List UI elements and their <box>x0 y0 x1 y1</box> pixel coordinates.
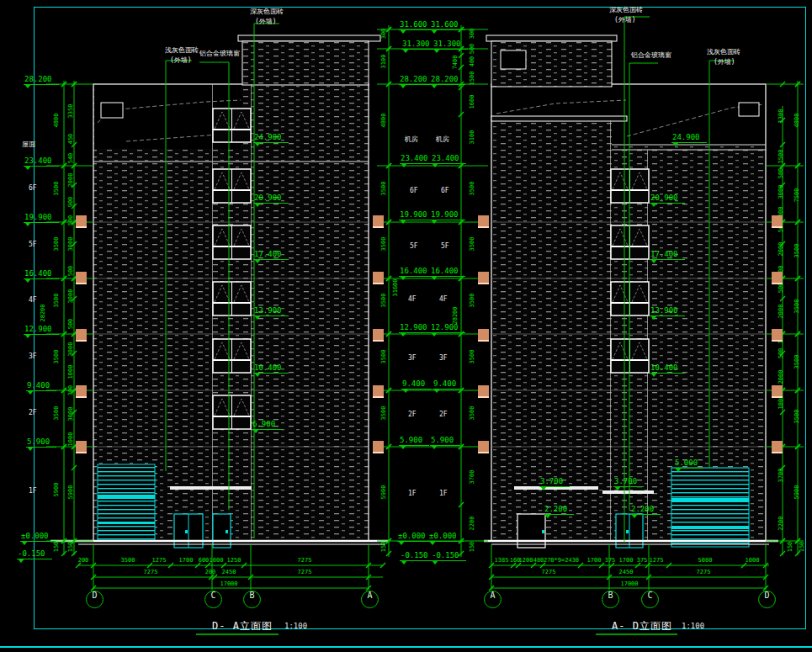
dimension-text: 3500 <box>381 237 387 252</box>
level-marker: 17.400 <box>253 250 289 260</box>
dimension-text: 375 <box>637 558 648 564</box>
dimension-text: 2200 <box>778 517 784 531</box>
left-title: D- A立面图 <box>212 619 273 633</box>
dimension-text: 3500 <box>794 244 800 258</box>
dimension-text: 2000 <box>778 305 784 319</box>
floor-label: 1F <box>29 488 37 495</box>
dimension-text: 1000 <box>68 365 74 379</box>
ac-unit <box>76 441 87 453</box>
dimension-text: 600 <box>199 558 210 564</box>
grid-bubble: D <box>86 591 103 608</box>
level-marker: 3.700 <box>613 477 644 487</box>
dimension-text: 17000 <box>620 581 638 587</box>
level-marker: 19.900 <box>399 210 434 220</box>
dimension-text: 200 <box>78 558 89 564</box>
floor-label: 2F <box>408 411 417 418</box>
cad-drawing-canvas[interactable]: 28.20023.40019.90016.40012.9009.4005.900… <box>0 0 812 652</box>
dimension-text: 17000 <box>220 581 237 587</box>
material-label: 深灰色面砖 <box>250 8 284 15</box>
dimension-text: 3500 <box>54 294 60 308</box>
ac-unit <box>478 441 489 453</box>
level-marker: 12.900 <box>24 325 59 335</box>
level-marker: 23.400 <box>24 156 59 167</box>
dimension-text: 3500 <box>121 558 135 564</box>
dimension-text: 7400 <box>453 56 459 70</box>
dimension-text: 3100 <box>381 55 387 69</box>
level-marker: 9.400 <box>26 381 56 391</box>
dimension-text: 3500 <box>470 237 475 252</box>
dimension-text: 5900 <box>794 485 800 500</box>
dimension-text: 2000 <box>68 173 74 188</box>
dimension-text: 3700 <box>778 469 784 483</box>
level-marker: 10.400 <box>650 363 685 374</box>
dimension-text: 1700 <box>587 558 602 564</box>
right-title-scale: 1:100 <box>682 622 704 630</box>
level-marker: 16.400 <box>399 267 434 277</box>
level-marker: ±0.000 <box>397 532 433 542</box>
level-marker: 31.300 <box>401 40 437 50</box>
level-marker: 20.900 <box>253 193 289 204</box>
dimension-text: 5900 <box>54 483 60 497</box>
ac-unit <box>373 385 384 398</box>
floor-label: 机房 <box>405 136 418 143</box>
floor-label: 1F <box>439 490 448 497</box>
dimension-text: 150 <box>470 542 475 553</box>
dimension-text: 450 <box>68 134 74 145</box>
dimension-text: 4800 <box>381 114 387 128</box>
floor-label: 3F <box>408 355 417 362</box>
ac-unit <box>76 272 87 284</box>
material-label: (外墙) <box>614 17 636 24</box>
dimension-text: 500 <box>778 348 784 359</box>
dimension-text: 1275 <box>152 558 167 564</box>
dimension-text: 150 <box>68 542 74 553</box>
floor-label: 4F <box>29 297 37 304</box>
level-marker: 5.900 <box>26 437 56 448</box>
grid-bubble: B <box>243 591 261 608</box>
dimension-text: 200 <box>205 570 216 575</box>
level-marker: 9.400 <box>433 379 463 390</box>
dimension-text: 150 <box>799 542 805 553</box>
dimension-text: 3700 <box>470 470 475 485</box>
dimension-text: 3000 <box>68 342 74 357</box>
dimension-text: 3500 <box>470 294 475 308</box>
dimension-text: 3500 <box>381 182 387 196</box>
dimension-text: 28200 <box>40 304 46 321</box>
dimension-text: 500 <box>68 215 74 226</box>
dimension-text: 3500 <box>470 406 475 421</box>
floor-label: 2F <box>29 410 37 416</box>
dimension-text: 375 <box>605 558 616 564</box>
dimension-text: 3500 <box>54 406 60 421</box>
grid-bubble: A <box>361 591 379 608</box>
level-marker: 13.900 <box>253 306 289 316</box>
ac-unit <box>373 441 384 453</box>
material-label: (外墙) <box>714 59 735 66</box>
floor-label: 2F <box>439 411 448 418</box>
level-marker: 31.600 <box>399 20 434 30</box>
dimension-text: 2200 <box>470 517 475 531</box>
level-marker: 17.400 <box>650 250 685 260</box>
dimension-text: 3500 <box>381 350 387 364</box>
level-marker: 24.900 <box>671 133 707 143</box>
grid-bubble: C <box>641 591 659 608</box>
grid-bubble: D <box>758 591 776 608</box>
dimension-text: 900 <box>68 197 74 208</box>
floor-label: 6F <box>29 185 37 192</box>
material-label: 铝合金玻璃窗 <box>199 50 240 57</box>
floor-label: 5F <box>29 241 37 248</box>
ac-unit <box>478 385 489 398</box>
ac-unit <box>76 385 87 398</box>
material-label: 浅灰色面砖 <box>165 47 199 54</box>
dimension-text: 7275 <box>542 570 556 575</box>
level-marker: 5.900 <box>399 436 429 446</box>
ac-unit <box>76 329 87 342</box>
level-marker: 19.900 <box>430 210 465 220</box>
level-marker: 28.200 <box>430 75 465 85</box>
ac-unit <box>772 329 783 342</box>
level-marker: 20.900 <box>650 193 685 204</box>
dimension-text: 1000 <box>210 558 224 564</box>
dimension-text: 500 <box>778 168 784 179</box>
dimension-text: 3500 <box>794 355 800 369</box>
level-marker: 6.900 <box>252 420 282 430</box>
dimension-text: 3350 <box>68 104 74 119</box>
dimension-text: 7275 <box>298 570 312 575</box>
